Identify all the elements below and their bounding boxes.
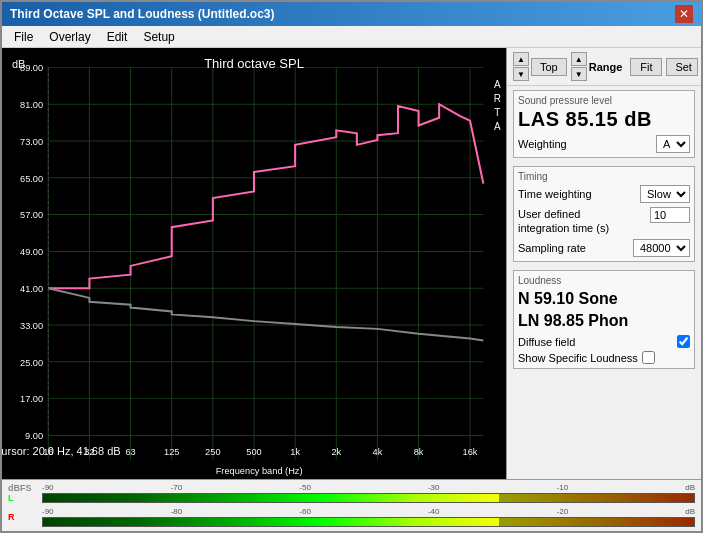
dbfs-l-label: dBFS L: [8, 483, 38, 503]
svg-text:9.00: 9.00: [25, 432, 43, 442]
dbfs-r-label: R: [8, 512, 38, 522]
integration-label: User defined integration time (s): [518, 207, 623, 236]
timing-section-title: Timing: [518, 171, 690, 182]
menu-edit[interactable]: Edit: [99, 28, 136, 45]
top-up-arrow[interactable]: ▲: [513, 52, 529, 66]
menu-overlay[interactable]: Overlay: [41, 28, 98, 45]
fit-button[interactable]: Fit: [630, 58, 662, 76]
svg-text:17.00: 17.00: [20, 395, 43, 405]
svg-text:2k: 2k: [331, 447, 341, 457]
sampling-select[interactable]: 48000 44100: [633, 239, 690, 257]
main-window: Third Octave SPL and Loudness (Untitled.…: [0, 0, 703, 533]
spl-value: LAS 85.15 dB: [518, 108, 690, 131]
weighting-select[interactable]: A C Z: [656, 135, 690, 153]
menu-file[interactable]: File: [6, 28, 41, 45]
weighting-label: Weighting: [518, 138, 567, 150]
bottom-bar: dBFS L -90-70-50-30-10dB R -90-80-60-40-…: [2, 479, 701, 531]
diffuse-label: Diffuse field: [518, 336, 575, 348]
range-down-arrow[interactable]: ▼: [571, 67, 587, 81]
svg-text:63: 63: [125, 447, 135, 457]
svg-text:57.00: 57.00: [20, 211, 43, 221]
svg-text:8k: 8k: [414, 447, 424, 457]
chart-area: dB Third octave SPL ARTA: [2, 48, 506, 479]
range-arrows: ▲ ▼: [571, 52, 587, 81]
top-controls: ▲ ▼ Top ▲ ▼ Range Fit Set: [507, 48, 701, 86]
top-arrows: ▲ ▼: [513, 52, 529, 81]
timing-section: Timing Time weighting Slow Fast User def…: [513, 166, 695, 262]
dbfs-l-row: dBFS L -90-70-50-30-10dB: [2, 480, 701, 506]
sampling-row: Sampling rate 48000 44100: [518, 239, 690, 257]
svg-text:41.00: 41.00: [20, 284, 43, 294]
diffuse-row: Diffuse field: [518, 335, 690, 348]
dbfs-r-container: -90-80-60-40-20dB: [42, 507, 695, 527]
range-up-arrow[interactable]: ▲: [571, 52, 587, 66]
chart-cursor: Cursor: 20.0 Hz, 41.68 dB: [2, 445, 121, 457]
weighting-row: Weighting A C Z: [518, 135, 690, 153]
menu-bar: File Overlay Edit Setup: [2, 26, 701, 48]
spl-section: Sound pressure level LAS 85.15 dB Weight…: [513, 90, 695, 158]
dbfs-l-bar: [42, 493, 695, 503]
loudness-section: Loudness N 59.10 Sone LN 98.85 Phon Diff…: [513, 270, 695, 370]
time-weighting-select[interactable]: Slow Fast: [640, 185, 690, 203]
integration-input[interactable]: [650, 207, 690, 223]
dbfs-l-container: -90-70-50-30-10dB: [42, 483, 695, 503]
range-ctrl-group: ▲ ▼ Range: [571, 52, 627, 81]
specific-row: Show Specific Loudness: [518, 351, 690, 364]
chart-ylabel: dB: [12, 58, 25, 70]
time-weighting-label: Time weighting: [518, 188, 592, 200]
time-weighting-row: Time weighting Slow Fast: [518, 185, 690, 203]
chart-title: Third octave SPL: [204, 56, 304, 71]
set-button[interactable]: Set: [666, 58, 698, 76]
svg-text:16k: 16k: [463, 447, 478, 457]
close-button[interactable]: ✕: [675, 5, 693, 23]
top-down-arrow[interactable]: ▼: [513, 67, 529, 81]
svg-text:81.00: 81.00: [20, 100, 43, 110]
chart-svg: 89.00 81.00 73.00 65.00 57.00 49.00 41.0…: [2, 48, 506, 479]
svg-text:250: 250: [205, 447, 220, 457]
dbfs-r-bar: [42, 517, 695, 527]
svg-text:65.00: 65.00: [20, 174, 43, 184]
integration-row: User defined integration time (s): [518, 207, 690, 236]
window-title: Third Octave SPL and Loudness (Untitled.…: [10, 7, 274, 21]
menu-setup[interactable]: Setup: [135, 28, 182, 45]
svg-text:73.00: 73.00: [20, 137, 43, 147]
dbfs-l-level: [499, 494, 694, 502]
loudness-sone: N 59.10 Sone: [518, 288, 690, 310]
range-label: Range: [589, 61, 623, 73]
specific-checkbox[interactable]: [642, 351, 655, 364]
svg-text:33.00: 33.00: [20, 321, 43, 331]
dbfs-r-marks: -90-80-60-40-20dB: [42, 507, 695, 516]
svg-text:125: 125: [164, 447, 179, 457]
loudness-phon: LN 98.85 Phon: [518, 310, 690, 332]
specific-label: Show Specific Loudness: [518, 352, 638, 364]
sampling-label: Sampling rate: [518, 242, 586, 254]
title-bar: Third Octave SPL and Loudness (Untitled.…: [2, 2, 701, 26]
right-panel: ▲ ▼ Top ▲ ▼ Range Fit Set Sound pressu: [506, 48, 701, 479]
loudness-section-title: Loudness: [518, 275, 690, 286]
diffuse-checkbox[interactable]: [677, 335, 690, 348]
main-content: dB Third octave SPL ARTA: [2, 48, 701, 479]
svg-text:1k: 1k: [290, 447, 300, 457]
dbfs-r-level: [499, 518, 694, 526]
dbfs-l-marks: -90-70-50-30-10dB: [42, 483, 695, 492]
svg-text:4k: 4k: [373, 447, 383, 457]
top-button[interactable]: Top: [531, 58, 567, 76]
svg-text:500: 500: [246, 447, 261, 457]
svg-text:Frequency band (Hz): Frequency band (Hz): [216, 466, 303, 476]
svg-text:25.00: 25.00: [20, 358, 43, 368]
dbfs-r-row: R -90-80-60-40-20dB: [2, 506, 701, 530]
arta-label: ARTA: [494, 78, 501, 134]
svg-text:49.00: 49.00: [20, 248, 43, 258]
top-ctrl-group: ▲ ▼ Top: [513, 52, 567, 81]
spl-section-title: Sound pressure level: [518, 95, 690, 106]
